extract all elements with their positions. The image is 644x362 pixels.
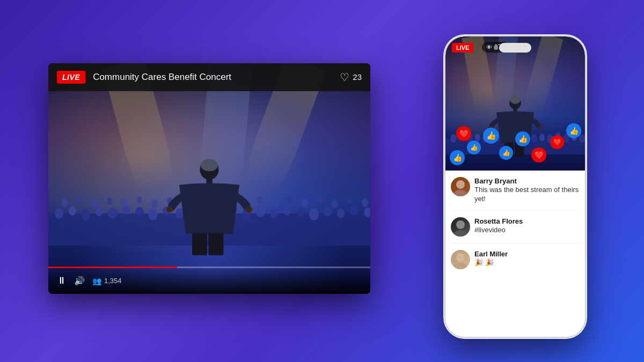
svg-point-83	[453, 263, 468, 269]
svg-point-22	[337, 209, 345, 218]
comment-item: Rosetta Flores #livevideo	[451, 217, 580, 237]
scene: LIVE Community Cares Benefit Concert ♡ 2…	[27, 20, 617, 342]
svg-point-27	[91, 200, 98, 208]
svg-point-29	[121, 198, 128, 207]
stream-title: Community Cares Benefit Concert	[93, 72, 332, 83]
svg-point-25	[61, 198, 68, 207]
svg-point-43	[332, 200, 338, 208]
comment-body: Earl Miller 🎉 🎉	[474, 250, 508, 268]
people-icon: 👥	[92, 277, 101, 285]
svg-point-57	[475, 134, 480, 141]
svg-point-3	[82, 209, 90, 220]
svg-point-66	[547, 135, 553, 143]
svg-point-1	[55, 208, 63, 219]
svg-point-21	[323, 206, 332, 217]
commenter-name: Barry Bryant	[474, 177, 580, 185]
svg-point-80	[456, 220, 465, 229]
svg-point-40	[287, 197, 292, 205]
svg-point-26	[77, 196, 82, 204]
svg-point-5	[108, 208, 118, 219]
svg-point-20	[309, 209, 319, 220]
svg-point-28	[107, 197, 112, 205]
volume-button[interactable]: 🔊	[74, 276, 85, 286]
svg-point-67	[555, 132, 561, 140]
heart-area: ♡ 23	[340, 71, 362, 84]
barry-avatar	[451, 177, 470, 196]
svg-point-4	[96, 206, 103, 216]
comments-section: Barry Bryant This was the best stream of…	[445, 171, 585, 337]
comment-body: Barry Bryant This was the best stream of…	[474, 177, 580, 204]
svg-point-2	[69, 206, 76, 216]
svg-point-16	[255, 205, 265, 217]
phone-performer	[488, 93, 542, 160]
heart-count: 23	[353, 72, 362, 82]
rosetta-avatar	[451, 217, 470, 237]
comment-text: 🎉 🎉	[474, 258, 508, 268]
svg-point-19	[297, 208, 304, 217]
svg-point-79	[453, 190, 468, 196]
performer-silhouette	[166, 152, 252, 262]
commenter-name: Rosetta Flores	[474, 217, 523, 225]
live-badge: LIVE	[57, 71, 85, 84]
pause-button[interactable]: ⏸	[57, 275, 67, 286]
svg-point-82	[456, 253, 465, 262]
svg-point-8	[148, 209, 158, 220]
svg-point-55	[459, 133, 464, 141]
phone-device: LIVE 👁 37k 👍 👍 👍 👍 👍 ❤️ ❤️	[445, 36, 585, 337]
svg-point-6	[122, 205, 130, 215]
comment-divider	[451, 243, 580, 243]
svg-rect-77	[515, 142, 524, 156]
phone-camera	[494, 46, 498, 50]
svg-point-54	[450, 134, 457, 143]
svg-point-18	[283, 205, 291, 216]
svg-point-17	[270, 209, 277, 218]
desktop-video-player: LIVE Community Cares Benefit Concert ♡ 2…	[48, 63, 370, 294]
svg-point-30	[137, 196, 142, 204]
svg-point-56	[466, 135, 473, 143]
svg-point-75	[538, 125, 542, 129]
svg-point-41	[302, 198, 308, 207]
svg-point-23	[350, 205, 358, 216]
playback-controls: ⏸ 🔊 👥 1,354	[48, 268, 370, 294]
comment-text: #livevideo	[474, 225, 523, 235]
svg-point-78	[456, 180, 465, 189]
svg-point-42	[317, 196, 323, 204]
svg-point-47	[201, 159, 218, 171]
commenter-name: Earl Miller	[474, 250, 508, 258]
comment-divider	[451, 210, 580, 211]
svg-point-72	[510, 96, 521, 104]
comment-item: Barry Bryant This was the best stream of…	[451, 177, 580, 204]
phone-video-area: LIVE 👁 37k 👍 👍 👍 👍 👍 ❤️ ❤️	[445, 36, 585, 171]
svg-rect-76	[504, 142, 514, 156]
earl-avatar	[451, 250, 470, 269]
svg-point-74	[488, 125, 493, 129]
phone-eye-icon: 👁	[486, 44, 492, 50]
phone-screen: LIVE 👁 37k 👍 👍 👍 👍 👍 ❤️ ❤️	[445, 36, 585, 337]
comment-item: Earl Miller 🎉 🎉	[451, 250, 580, 269]
svg-rect-52	[208, 233, 223, 255]
svg-rect-51	[192, 233, 207, 255]
comment-body: Rosetta Flores #livevideo	[474, 217, 523, 235]
svg-point-44	[347, 197, 353, 205]
svg-point-68	[563, 134, 569, 143]
top-bar: LIVE Community Cares Benefit Concert ♡ 2…	[48, 63, 370, 91]
svg-point-69	[572, 134, 577, 141]
phone-live-badge: LIVE	[452, 43, 473, 53]
svg-point-39	[272, 200, 278, 208]
svg-point-45	[362, 198, 368, 207]
svg-point-38	[257, 196, 262, 204]
svg-point-81	[453, 230, 468, 237]
svg-point-7	[135, 207, 144, 218]
viewer-count: 👥 1,354	[92, 277, 122, 285]
svg-point-31	[151, 200, 158, 208]
heart-icon: ♡	[340, 71, 349, 84]
viewer-count-label: 1,354	[104, 277, 122, 285]
comment-text: This was the best stream of theirs yet!	[474, 185, 580, 204]
svg-point-49	[166, 206, 173, 212]
svg-point-50	[245, 206, 252, 212]
